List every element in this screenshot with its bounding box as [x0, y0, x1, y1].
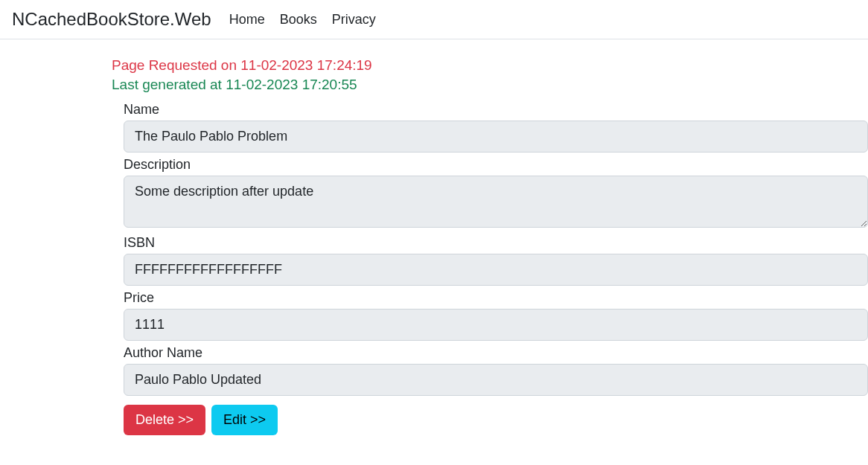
isbn-label: ISBN: [124, 235, 868, 251]
nav-privacy[interactable]: Privacy: [332, 12, 376, 28]
nav-books[interactable]: Books: [280, 12, 317, 28]
navbar: NCachedBookStore.Web Home Books Privacy: [0, 0, 868, 39]
name-label: Name: [124, 102, 868, 118]
delete-button[interactable]: Delete >>: [124, 405, 205, 435]
price-input[interactable]: [124, 309, 868, 341]
author-input[interactable]: [124, 364, 868, 396]
author-label: Author Name: [124, 345, 868, 361]
description-input[interactable]: Some description after update: [124, 176, 868, 228]
brand-link[interactable]: NCachedBookStore.Web: [12, 9, 211, 30]
nav-home[interactable]: Home: [229, 12, 265, 28]
main-container: Page Requested on 11-02-2023 17:24:19 La…: [0, 39, 868, 435]
edit-button[interactable]: Edit >>: [211, 405, 278, 435]
button-row: Delete >> Edit >>: [124, 405, 868, 435]
description-label: Description: [124, 157, 868, 173]
book-form: Name Description Some description after …: [112, 102, 868, 435]
price-label: Price: [124, 290, 868, 306]
name-input[interactable]: [124, 121, 868, 153]
last-generated-status: Last generated at 11-02-2023 17:20:55: [112, 77, 868, 93]
isbn-input[interactable]: [124, 254, 868, 286]
page-requested-status: Page Requested on 11-02-2023 17:24:19: [112, 57, 868, 74]
